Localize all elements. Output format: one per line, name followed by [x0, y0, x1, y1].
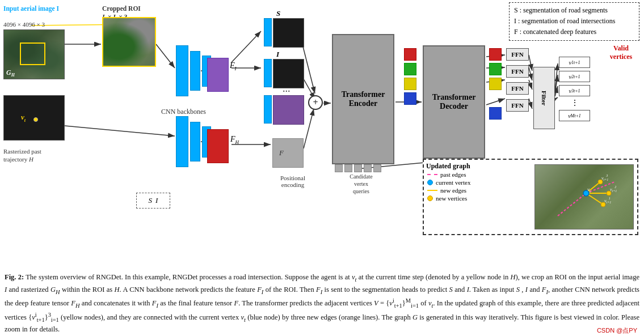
grey-squares-row — [335, 164, 381, 172]
svg-line-6 — [231, 31, 261, 62]
svg-line-19 — [529, 55, 532, 71]
legend-new-edges: new edges — [427, 187, 470, 194]
past-edges-label: past edges — [440, 171, 466, 178]
svg-line-22 — [529, 99, 532, 109]
cnn-backbones-label: CNN backbones — [161, 108, 206, 116]
trajectory-container: vt — [3, 95, 65, 141]
f-i-label: FI — [230, 61, 237, 71]
f-h-block — [207, 129, 229, 163]
caption-fig: Fig. 2: — [5, 273, 24, 281]
i-arrow-bar — [264, 59, 272, 87]
vv-box-3: v3t+1 — [559, 85, 590, 96]
svg-text:vt+12: vt+12 — [610, 185, 617, 193]
purple-image — [273, 95, 304, 125]
svg-text:vt+11: vt+11 — [604, 197, 611, 204]
main-container: S : segmentation of road segments I : se… — [0, 0, 644, 336]
cs-red-2 — [489, 48, 502, 61]
roi-image — [102, 17, 156, 67]
svg-line-12 — [304, 109, 314, 148]
legend-current-vertex: current vertex — [427, 179, 470, 186]
svg-line-26 — [555, 97, 558, 99]
roi-image-container — [102, 17, 156, 67]
legend-box: S : segmentation of road segments I : se… — [509, 2, 639, 41]
svg-line-3 — [65, 126, 175, 136]
f-grey-block — [272, 138, 304, 168]
ffn-column: FFN FFN FFN FFN — [506, 48, 529, 112]
f-i-block — [207, 58, 229, 92]
vv-box-1: v1t+1 — [559, 57, 590, 68]
grey-sq-4 — [364, 164, 372, 172]
i-label-si: I — [155, 196, 158, 205]
ffn-block-4: FFN — [506, 99, 529, 112]
legend-i: I : segmentation of road intersections — [514, 16, 634, 27]
roi-image-texture — [103, 18, 155, 66]
grey-sq-3 — [354, 164, 362, 172]
caption-area: Fig. 2: The system overview of RNGDet. I… — [5, 272, 639, 335]
input-aerial-label: Input aerial image I — [3, 5, 59, 13]
grey-sq-2 — [344, 164, 352, 172]
dims-label: 4096 × 4096 × 3 — [3, 20, 45, 28]
transformer-decoder: Transformer Decoder — [423, 45, 485, 159]
new-vertices-icon — [427, 195, 433, 201]
cnn-rect-4 — [176, 116, 188, 167]
positional-encoding-label: Positional encoding — [270, 175, 315, 188]
cnn-block-bottom — [176, 116, 211, 167]
cs-spacer — [489, 92, 502, 105]
aerial-image: GH — [3, 29, 65, 79]
color-squares-right — [489, 48, 502, 120]
caption-text: Fig. 2: The system overview of RNGDet. I… — [5, 272, 639, 335]
transformer-encoder: Transformer Encoder — [332, 34, 394, 164]
legend-f: F : concatenated deep features — [514, 27, 634, 37]
s-label-si: S — [149, 196, 153, 205]
ffn-block-1: FFN — [506, 48, 529, 61]
past-edges-icon — [427, 174, 437, 175]
grey-sq-1 — [335, 164, 343, 172]
s-arrow-bar — [264, 18, 272, 46]
graph-overlay-svg: vt vt+11 vt+12 vt+13 — [535, 165, 633, 229]
svg-line-20 — [529, 67, 532, 80]
vt-label: vt — [21, 113, 26, 123]
trajectory-image: vt — [3, 95, 65, 141]
valid-vertices-label: Validvertices — [603, 44, 639, 61]
current-vertex-icon — [427, 180, 433, 185]
purple-arrow-bar — [264, 95, 272, 124]
legend-past-edges: past edges — [427, 171, 470, 178]
cs-yellow-2 — [489, 78, 502, 90]
graph-aerial-photo: vt vt+11 vt+12 vt+13 — [534, 164, 634, 229]
trajectory-dot — [33, 117, 38, 122]
svg-line-30 — [558, 193, 586, 216]
svg-line-24 — [555, 75, 558, 93]
svg-line-25 — [555, 86, 558, 96]
updated-graph-box: Updated graph past edges current vertex … — [423, 159, 638, 235]
si-dashed-box: S I — [136, 193, 170, 209]
vv-box-m: vMt+1 — [559, 110, 590, 121]
ffn-block-3: FFN — [506, 82, 529, 95]
cs-blue-2 — [489, 107, 502, 120]
cnn-rect-5 — [190, 122, 200, 161]
i-image — [273, 59, 304, 88]
watermark: CSDN @点PY — [597, 326, 637, 335]
new-edges-icon — [427, 190, 437, 191]
legend-new-vertices: new vertices — [427, 195, 470, 202]
roi-selection-box — [20, 42, 45, 65]
cs-blue-1 — [404, 92, 416, 105]
cnn-rect-1 — [176, 45, 188, 96]
trajectory-text-label: Rasterized pasttrajectory H — [3, 147, 65, 164]
s-image — [273, 18, 304, 48]
g-label: GH — [6, 69, 15, 78]
ffn-block-2: FFN — [506, 65, 529, 78]
new-vertices-label: new vertices — [436, 195, 467, 202]
aerial-image-container: GH — [3, 29, 65, 79]
i-arrow-label: I — [276, 50, 279, 59]
plus-circle: + — [308, 95, 323, 110]
vv-box-2: v2t+1 — [559, 71, 590, 82]
f-h-label: FH — [230, 135, 239, 145]
new-edges-label: new edges — [440, 187, 466, 194]
cs-red-1 — [404, 48, 416, 61]
svg-line-23 — [555, 63, 558, 91]
updated-graph-legend: past edges current vertex new edges new … — [427, 171, 470, 202]
vv-dots: ⋮ — [559, 99, 590, 107]
s-arrow-label: S — [276, 9, 280, 18]
cs-green-1 — [404, 63, 416, 75]
cnn-block-top — [176, 45, 211, 96]
